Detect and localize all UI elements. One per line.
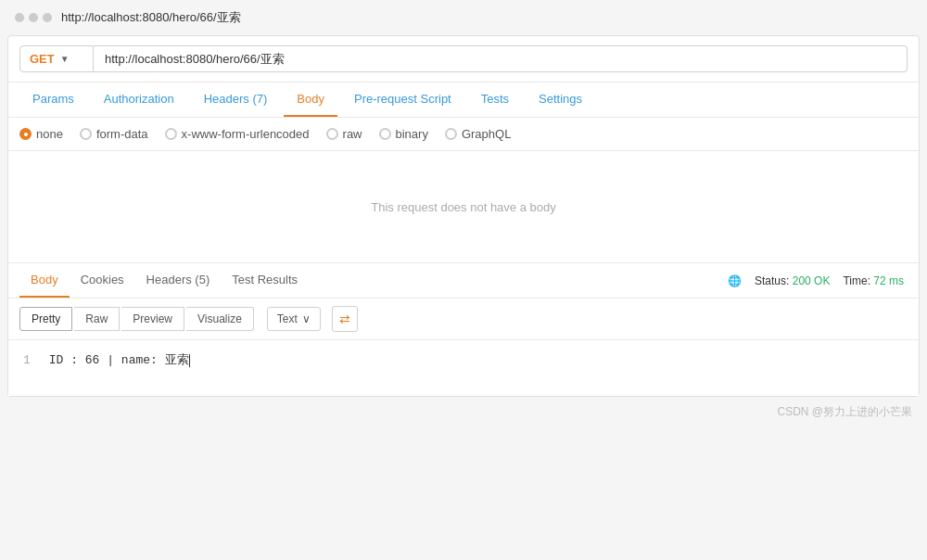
radio-form-data[interactable]: form-data xyxy=(80,127,148,141)
dot-close xyxy=(15,13,24,22)
status-value: 200 OK xyxy=(793,274,831,287)
radio-raw-circle xyxy=(326,128,338,140)
radio-raw[interactable]: raw xyxy=(326,127,362,141)
radio-none-circle xyxy=(19,128,32,140)
format-preview[interactable]: Preview xyxy=(121,307,184,331)
watermark: CSDN @努力上进的小芒果 xyxy=(777,404,912,420)
tab-params[interactable]: Params xyxy=(19,83,87,117)
code-area: 1 ID : 66 | name: 亚索 xyxy=(8,340,919,396)
response-status: 🌐 Status: 200 OK Time: 72 ms xyxy=(728,274,908,287)
tab-tests[interactable]: Tests xyxy=(468,83,522,117)
format-visualize[interactable]: Visualize xyxy=(186,307,254,331)
method-chevron: ▼ xyxy=(60,54,70,64)
status-label: Status: 200 OK xyxy=(755,274,830,287)
radio-urlencoded-label: x-www-form-urlencoded xyxy=(182,127,310,141)
tab-prerequest[interactable]: Pre-request Script xyxy=(341,83,464,117)
radio-graphql[interactable]: GraphQL xyxy=(445,127,511,141)
text-dropdown-chevron: ∨ xyxy=(302,312,311,325)
globe-icon: 🌐 xyxy=(728,274,742,287)
radio-binary-circle xyxy=(379,128,391,140)
radio-urlencoded[interactable]: x-www-form-urlencoded xyxy=(165,127,310,141)
main-container: GET ▼ Params Authorization Headers (7) B… xyxy=(7,35,920,397)
method-selector[interactable]: GET ▼ xyxy=(19,45,94,72)
url-bar: GET ▼ xyxy=(8,36,919,83)
tab-settings[interactable]: Settings xyxy=(526,83,595,117)
wrap-icon[interactable]: ⇄ xyxy=(332,306,358,332)
wrap-symbol: ⇄ xyxy=(339,312,350,326)
dot-minimize xyxy=(29,13,38,22)
radio-binary[interactable]: binary xyxy=(379,127,428,141)
no-body-message: This request does not have a body xyxy=(8,151,919,262)
code-content-1: ID : 66 | name: 亚索 xyxy=(49,351,190,368)
text-dropdown-label: Text xyxy=(277,312,298,325)
format-raw[interactable]: Raw xyxy=(74,307,120,331)
radio-graphql-circle xyxy=(445,128,457,140)
radio-none[interactable]: none xyxy=(19,127,63,141)
radio-formdata-circle xyxy=(80,128,92,140)
response-tab-cookies[interactable]: Cookies xyxy=(70,263,135,298)
tab-headers[interactable]: Headers (7) xyxy=(191,83,281,117)
radio-graphql-label: GraphQL xyxy=(462,127,511,141)
url-input[interactable] xyxy=(94,45,908,72)
text-format-dropdown[interactable]: Text ∨ xyxy=(267,307,321,331)
radio-none-label: none xyxy=(36,127,63,141)
window-dots xyxy=(15,13,52,22)
response-tab-body[interactable]: Body xyxy=(19,263,70,298)
tab-body[interactable]: Body xyxy=(284,83,337,117)
method-label: GET xyxy=(30,52,55,66)
window-title: http://localhost:8080/hero/66/亚索 xyxy=(61,9,241,26)
radio-raw-label: raw xyxy=(343,127,362,141)
radio-urlencoded-circle xyxy=(165,128,177,140)
response-section: Body Cookies Headers (5) Test Results 🌐 … xyxy=(8,262,919,396)
radio-formdata-label: form-data xyxy=(96,127,148,141)
tab-authorization[interactable]: Authorization xyxy=(91,83,187,117)
time-value: 72 ms xyxy=(873,274,904,287)
dot-maximize xyxy=(43,13,52,22)
footer: CSDN @努力上进的小芒果 xyxy=(0,397,927,427)
request-tabs: Params Authorization Headers (7) Body Pr… xyxy=(8,83,919,118)
text-cursor xyxy=(189,354,190,367)
time-label: Time: 72 ms xyxy=(843,274,904,287)
body-options: none form-data x-www-form-urlencoded raw… xyxy=(8,118,919,151)
title-bar: http://localhost:8080/hero/66/亚索 xyxy=(0,0,927,35)
line-number-1: 1 xyxy=(23,353,31,367)
radio-binary-label: binary xyxy=(396,127,428,141)
response-tabs-row: Body Cookies Headers (5) Test Results 🌐 … xyxy=(8,263,919,299)
response-tab-headers[interactable]: Headers (5) xyxy=(135,263,222,298)
format-pretty[interactable]: Pretty xyxy=(19,307,72,331)
format-toolbar: Pretty Raw Preview Visualize Text ∨ ⇄ xyxy=(8,299,919,340)
response-tab-testresults[interactable]: Test Results xyxy=(221,263,309,298)
code-line-1: 1 ID : 66 | name: 亚索 xyxy=(23,351,904,368)
